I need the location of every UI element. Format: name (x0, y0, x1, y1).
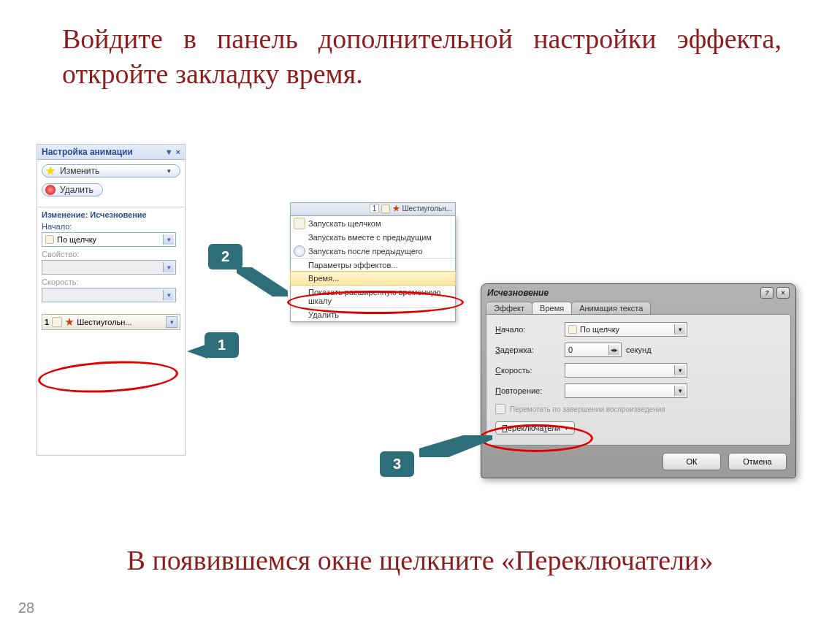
callout-1: 1 (205, 332, 239, 358)
star-icon (45, 166, 56, 176)
mouse-icon (381, 204, 390, 213)
mini-index: 1 (370, 204, 380, 213)
dlg-delay-unit: секунд (626, 345, 652, 354)
item-name: Шестиугольн... (77, 318, 131, 326)
mouse-icon (568, 325, 577, 334)
dlg-start-label: Начало: (495, 325, 565, 334)
highlight-circle-3 (479, 424, 593, 452)
animation-pane: Настройка анимации ▼× Изменить ▾ Удалить… (37, 144, 186, 456)
animation-pane-title: Настройка анимации ▼× (37, 145, 185, 160)
menu-start-on-click[interactable]: Запускать щелчком (291, 216, 455, 230)
checkbox-icon (495, 404, 505, 414)
dlg-delay-spinner[interactable]: 0◂▸ (565, 343, 622, 357)
spinner-icon: ◂▸ (608, 345, 619, 355)
start-label: Начало: (42, 222, 180, 231)
mouse-icon (294, 218, 305, 229)
effect-star-icon (392, 205, 400, 213)
start-value: По щелчку (57, 235, 96, 244)
ok-button[interactable]: ОК (663, 453, 721, 470)
item-dropdown-icon[interactable]: ▾ (166, 316, 177, 328)
dlg-speed-label: Скорость: (495, 366, 565, 375)
tab-effect[interactable]: Эффект (486, 302, 532, 314)
dlg-repeat-combo[interactable]: ▾ (565, 383, 687, 398)
dropdown-icon[interactable]: ▼ (165, 148, 173, 156)
animation-list-item[interactable]: 1 Шестиугольн... ▾ (42, 314, 180, 330)
clock-icon (294, 245, 305, 257)
callout-2: 2 (208, 244, 243, 269)
mini-item-name: Шестиугольн... (402, 204, 452, 213)
dlg-rewind-label: Перемотать по завершении воспроизведения (510, 405, 665, 413)
property-combo: ▾ (42, 260, 176, 275)
cancel-button[interactable]: Отмена (728, 453, 787, 470)
property-label: Свойство: (42, 250, 180, 259)
help-button[interactable]: ? (760, 287, 774, 299)
dlg-start-value: По щелчку (580, 325, 619, 334)
tab-text-anim[interactable]: Анимация текста (571, 302, 651, 314)
menu-start-after-prev[interactable]: Запускать после предыдущего (291, 244, 455, 258)
dlg-rewind-checkbox[interactable]: Перемотать по завершении воспроизведения (495, 404, 782, 414)
mouse-icon (45, 235, 54, 244)
chevron-down-icon: ▾ (163, 234, 174, 245)
dlg-delay-label: Задержка: (495, 345, 565, 354)
dlg-speed-combo[interactable]: ▾ (565, 363, 687, 378)
tab-timing[interactable]: Время (532, 302, 572, 314)
change-effect-button[interactable]: Изменить ▾ (42, 164, 180, 177)
slide-number: 28 (18, 600, 34, 616)
instruction-bottom: В появившемся окне щелкните «Переключате… (44, 543, 796, 578)
delete-icon (45, 185, 56, 195)
dlg-delay-value: 0 (568, 345, 573, 354)
menu-start-with-prev[interactable]: Запускать вместе с предыдущим (291, 230, 455, 244)
animation-pane-title-text: Настройка анимации (42, 147, 133, 157)
section-header: Изменение: Исчезновение (42, 210, 180, 219)
menu-effect-options[interactable]: Параметры эффектов... (291, 258, 455, 272)
mouse-icon (52, 317, 62, 327)
delete-effect-button[interactable]: Удалить (42, 183, 103, 196)
start-combo[interactable]: По щелчку ▾ (42, 232, 176, 247)
close-icon[interactable]: × (176, 148, 180, 156)
item-index: 1 (45, 318, 49, 326)
context-menu-header: 1 Шестиугольн... (290, 202, 456, 216)
menu-timing[interactable]: Время... (290, 271, 456, 286)
close-button[interactable]: × (776, 287, 790, 299)
delete-effect-label: Удалить (60, 185, 93, 195)
instruction-top: Войдите в панель дополнительной настройк… (62, 22, 782, 91)
effect-star-icon (65, 318, 74, 326)
chevron-down-icon: ▾ (674, 324, 685, 334)
callout-arrow-2 (237, 267, 288, 297)
change-effect-label: Изменить (60, 166, 99, 176)
highlight-circle-2a (287, 291, 464, 314)
speed-label: Скорость: (42, 278, 180, 286)
dlg-start-combo[interactable]: По щелчку ▾ (565, 322, 687, 337)
dlg-repeat-label: Повторение: (495, 386, 565, 395)
dialog-title: Исчезновение (487, 288, 549, 298)
speed-combo: ▾ (42, 288, 176, 302)
callout-3: 3 (380, 451, 414, 477)
